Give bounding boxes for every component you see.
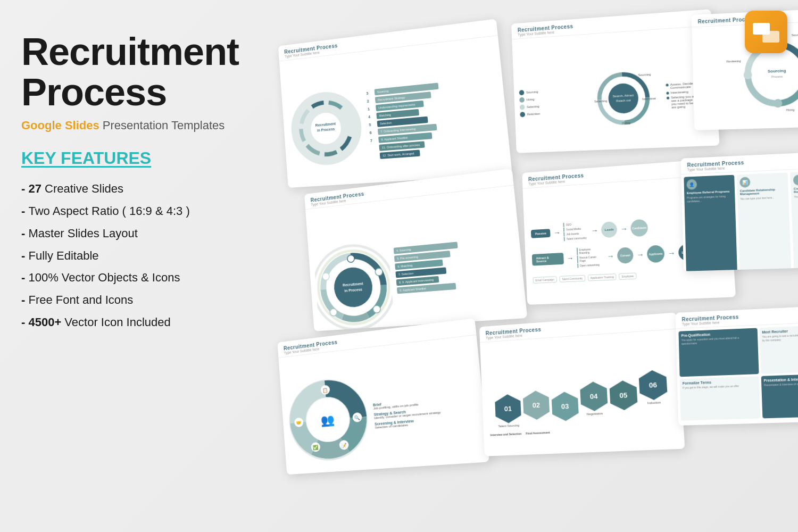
step-num-4: 4 — [368, 114, 375, 119]
card-3: 🔗 Content creation & Inbound Recruiting … — [791, 170, 798, 271]
dot-1 — [666, 84, 668, 86]
svg-point-38 — [373, 305, 381, 313]
card-text-3: You can type your text here... — [794, 193, 798, 198]
convert-circle: Convert — [617, 247, 634, 264]
feature-list: 27 Creative Slides Two Aspect Ratio ( 16… — [21, 178, 245, 334]
hex-item-3: 03 — [551, 391, 579, 422]
s9-title-2: Meet Recruiter — [762, 327, 798, 334]
svg-text:🤝: 🤝 — [296, 419, 302, 426]
slide1-circle: Recruitment in Process — [286, 86, 367, 170]
card-text-2: You can type your text here... — [740, 195, 786, 201]
slide4-svg: Recruitment in Process — [312, 231, 396, 331]
hex-item-5: 05 — [609, 380, 638, 412]
slide-card-4[interactable]: Recruitment Process Type Your Subtitle h… — [304, 169, 527, 331]
card-title-1: Employee Referral Programs — [687, 190, 732, 195]
slide9-grid: Pre-Qualification You apply for a positi… — [676, 322, 798, 423]
passive-box: Passive — [531, 229, 551, 238]
svg-text:Hiring: Hiring — [786, 108, 795, 112]
card-title-3: Content creation & Inbound Recruiting — [794, 185, 798, 194]
leads-circle: Leads — [601, 221, 618, 237]
feature-bold-1: 27 — [28, 182, 41, 195]
step-num-7: 7 — [370, 138, 377, 143]
slide-card-1[interactable]: Recruitment Process Type Your Subtitle h… — [278, 19, 512, 188]
arrow-3: → — [620, 224, 628, 233]
seo-list: SEO Social Media Job boards Talent commu… — [563, 221, 588, 241]
slide-card-7[interactable]: Recruitment Process Type Your Subtitle h… — [277, 318, 489, 475]
ps-1: Sourcing — [519, 87, 581, 95]
arrow-6: → — [636, 250, 644, 259]
attract-box: Attract & Source — [532, 253, 564, 266]
svg-text:🔍: 🔍 — [354, 414, 361, 421]
feature-bold-7: 4500+ — [28, 315, 61, 329]
slide1-steps: 3 Sourcing 2 Recruitment Strategy 1 Unde… — [366, 82, 445, 160]
hex-3: 03 — [551, 391, 579, 421]
slide-card-6[interactable]: Recruitment Process Type Your Subtitle h… — [681, 151, 798, 271]
seo-4: Talent community — [564, 236, 588, 241]
ps-4: Retention — [520, 109, 581, 117]
pd-1 — [519, 90, 525, 95]
hex-4: 04 — [580, 381, 608, 412]
s9-card-2: Meet Recruiter You are going to see a re… — [759, 325, 798, 374]
svg-point-40 — [322, 272, 330, 280]
pd-2 — [519, 97, 525, 103]
hex-1: 01 — [495, 394, 521, 424]
s9-card-4: Presentation & Interview Presentation & … — [761, 373, 798, 418]
feature-item-7: 4500+ Vector Icon Included — [21, 311, 245, 334]
pl-3: Selecting — [527, 105, 539, 109]
slide1-svg: Recruitment in Process — [286, 86, 367, 170]
feature-item-4: Fully Editable — [21, 245, 245, 267]
pd-3 — [520, 104, 525, 110]
hex-row: 01 Talent Sourcing 02 03 04 Negotiation … — [485, 366, 679, 431]
feature-item-2: Two Aspect Ratio ( 16:9 & 4:3 ) — [21, 200, 245, 222]
hex-label-1: Talent Sourcing — [498, 423, 519, 428]
step-bar-9: 12. Start work, Arranged — [380, 149, 420, 159]
svg-point-19 — [758, 55, 796, 94]
left-panel: Recruitment Process Google Slides Presen… — [21, 32, 245, 334]
slide4-steps: 4. Sourcing 5. Pre-screening 6. Matching… — [394, 242, 462, 294]
hex-item-6: 06 Induction — [638, 369, 668, 405]
card-title-2: Candidate Relationship Management — [740, 187, 786, 195]
slide-card-2[interactable]: Recruitment Process Type Your Subtitle h… — [511, 9, 720, 153]
pd-4 — [520, 112, 525, 117]
svg-text:Sourcing: Sourcing — [792, 33, 798, 37]
applicants-circle: Applicants — [647, 245, 665, 263]
svg-point-33 — [332, 266, 373, 309]
key-features-title: KEY FEATURES — [21, 148, 245, 168]
step-num-1: 3 — [366, 90, 372, 95]
slide7-circle-wrap: 📋 🔍 📝 ✅ 🤝 👥 — [285, 374, 372, 464]
al-3: Open networking — [577, 262, 604, 268]
slide-4-body: Recruitment in Process 4. Sourcing 5. Pr… — [305, 185, 527, 331]
text-2: Interviewing — [670, 90, 688, 95]
hex-label-6: Induction — [647, 401, 661, 404]
step-num-3: 1 — [368, 106, 374, 111]
label-3: Application Tracking — [587, 273, 617, 281]
attract-list: Employee Branding Recruit Career Page Op… — [576, 246, 604, 268]
subtitle-line: Google Slides Presentation Templates — [21, 119, 245, 132]
app-icon — [745, 11, 787, 53]
arrow-7: → — [668, 248, 676, 257]
slide7-text: Brief Job profiling, skills on job profi… — [373, 397, 442, 429]
svg-text:Hiring: Hiring — [622, 121, 630, 125]
arrow-1: → — [553, 228, 561, 237]
hex-6: 06 — [638, 369, 668, 401]
slide2-svg: Search, Attract Reach out Sourcing Inter… — [590, 64, 658, 132]
hex-item-2: 02 — [522, 390, 550, 421]
svg-text:Sourcing: Sourcing — [638, 73, 651, 77]
slide-8-body: 01 Talent Sourcing 02 03 04 Negotiation … — [480, 329, 685, 456]
leads-col: Leads — [601, 221, 618, 237]
arrow-2: → — [591, 226, 598, 235]
step-num-8 — [371, 148, 377, 148]
hex-label-4: Negotiation — [586, 412, 603, 416]
hex-item-4: 04 Negotiation — [580, 381, 609, 416]
svg-point-39 — [330, 309, 337, 317]
step-num-6: 6 — [369, 130, 376, 135]
slide-card-8[interactable]: Recruitment Process Type Your Subtitle h… — [479, 312, 685, 456]
svg-text:Reviewing: Reviewing — [726, 60, 741, 63]
slide-1-body: Recruitment in Process 3 Sourcing 2 Recr… — [279, 36, 512, 188]
s9-text-1: You apply for a position and you must at… — [681, 336, 755, 346]
arrow-5: → — [606, 252, 614, 261]
s9-card-3: Formalize Terms If you get to this stage… — [680, 376, 760, 421]
slide-card-9[interactable]: Recruitment Process Type Your Subtitle h… — [676, 305, 798, 426]
hl-2: Final Assessment — [526, 431, 550, 435]
ps-2: Hiring — [519, 94, 581, 103]
